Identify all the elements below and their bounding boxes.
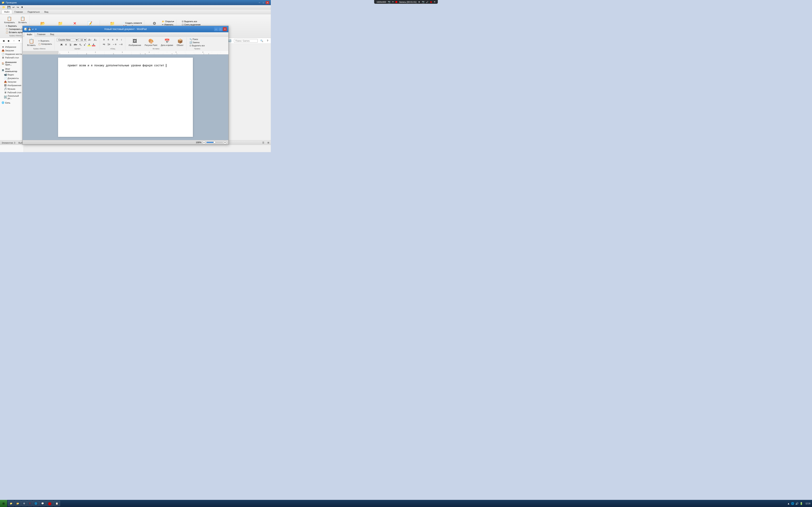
view-details-icon[interactable]: ☰ [262,142,264,144]
increase-font-button[interactable]: A↑ [87,38,92,42]
wordpad-quick-save[interactable]: 💾 [28,28,31,31]
homegroup-header[interactable]: 🏠 Домашняя груп... [1,61,23,66]
desktop2-icon: 🖥 [4,91,7,94]
wp-replace-icon: 🔄 [190,41,192,44]
subscript-button[interactable]: х₂ [79,43,83,47]
decrease-indent-button[interactable]: ←≡ [112,43,117,46]
align-left-button[interactable]: ≡ [102,38,106,41]
wp-paste-button[interactable]: 📋 Вставить [26,38,37,47]
zoom-control: 100% ─ + [196,140,227,144]
explorer-icon: 📁 [2,1,5,4]
wordpad-minimize-button[interactable]: ─ [214,27,218,31]
wp-para-row2: •≡ 1≡ ←≡ →≡ [102,43,123,46]
qa-redo[interactable]: ↪ [16,6,19,9]
wp-clipboard-group: 📋 Вставить ✂ Вырезать 📋 Копировать Буфер… [24,38,55,50]
wp-cut-button[interactable]: ✂ Вырезать [37,40,53,42]
zoom-slider-thumb[interactable] [213,141,216,144]
justify-button[interactable]: ≡ [115,38,119,41]
copy-to-icon: 📁 [58,21,63,26]
sidebar-item-music[interactable]: 🎵 Музыка [1,87,23,91]
nav-back-button[interactable]: ◀ [2,39,5,43]
search-button[interactable]: 🔍 [259,39,264,43]
sidebar-item-documents[interactable]: 📄 Документы [1,76,23,80]
wordpad-undo[interactable]: ↩ [32,28,34,31]
wp-replace-button[interactable]: 🔄 Замена [189,41,206,44]
explorer-titlebar: 📁 Проводник ─ □ ✕ [0,0,271,5]
line-spacing-button[interactable]: ↕ [119,38,123,41]
sidebar-item-recent[interactable]: 🕐 Недавние места [1,52,23,56]
wordpad-tab-home[interactable]: Главная [35,32,48,37]
sidebar-item-desktop2[interactable]: 🖥 Рабочий стол [1,91,23,94]
zoom-slider[interactable] [207,142,222,143]
sidebar-item-images[interactable]: 🖼 Изображения [1,83,23,87]
align-right-button[interactable]: ≡ [111,38,114,41]
computer-header[interactable]: 💻 Этот компьютер [1,67,23,73]
paste-button[interactable]: 📋 Вставить [17,16,28,24]
qa-save[interactable]: 💾 [7,6,11,9]
insert-object-button[interactable]: 📦 Объект [175,38,185,47]
sidebar-item-desktop[interactable]: 🖥 Рабочий стол [1,56,23,59]
insert-paint-button[interactable]: 🎨 Рисунок Paint [143,38,159,47]
explorer-sidebar: ★ Избранное 📥 Загрузки 🕐 Недавние места … [0,44,24,152]
nav-up-button[interactable]: ↑ [12,39,15,43]
font-size-select[interactable]: 11 [79,38,87,42]
nav-forward-button[interactable]: ▶ [7,39,11,43]
font-name-select[interactable]: Courier New [57,38,79,42]
explorer-close-button[interactable]: ✕ [266,1,269,4]
decrease-font-button[interactable]: A↓ [93,38,98,42]
wordpad-tab-view[interactable]: Вид [48,32,56,37]
view-tiles-icon[interactable]: ⊞ [267,142,269,144]
computer-icon: 💻 [2,69,4,71]
nav-recent-button[interactable]: ▼ [17,39,21,43]
sidebar-item-video[interactable]: 📹 Видео [1,73,23,76]
wordpad-document-area[interactable]: привет всем и я покажу дополнительные ур… [22,54,229,140]
zoom-out-button[interactable]: ─ [202,140,206,144]
nav-help[interactable]: ? [266,39,269,43]
italic-button[interactable]: К [64,43,68,47]
tab-home[interactable]: Главная [12,10,25,14]
strikethrough-button[interactable]: аbc [73,43,78,47]
bold-button[interactable]: Ж [59,43,64,47]
bullets-button[interactable]: •≡ [102,43,106,46]
qa-dropdown[interactable]: ▼ [20,6,24,9]
zoom-in-button[interactable]: + [223,140,227,144]
wp-copy-button[interactable]: 📋 Копировать [37,43,53,46]
underline-button[interactable]: Ч [68,43,72,47]
explorer-title-buttons: ─ □ ✕ [258,1,269,4]
wordpad-close-button[interactable]: ✕ [223,27,227,31]
copy-button[interactable]: 📋 Копировать [3,16,16,24]
sidebar-item-favorites[interactable]: ★ Избранное [1,45,23,49]
wp-select-all-button[interactable]: ☑ Выделить все [189,44,206,47]
select-all-button[interactable]: ☑ Выделить все [181,20,206,23]
tab-file[interactable]: Файл [2,10,12,14]
text-color-button[interactable]: A [92,43,96,46]
numbered-list-button[interactable]: 1≡ [106,43,111,46]
insert-datetime-button[interactable]: 📅 Дата и время [159,38,174,47]
wordpad-tab-file[interactable]: Файл [24,32,35,37]
wp-paragraph-label: Абзац [110,48,115,50]
search-input[interactable] [234,39,258,43]
tab-view[interactable]: Вид [42,10,51,14]
wordpad-title: Новый текстовый документ - WordPad [37,28,214,31]
sidebar-item-localdisk[interactable]: 💽 Локальный ди... [1,94,23,100]
wordpad-page: привет всем и я покажу дополнительные ур… [58,58,193,137]
explorer-minimize-button[interactable]: ─ [258,1,261,4]
increase-indent-button[interactable]: →≡ [118,43,123,46]
explorer-maximize-button[interactable]: □ [262,1,265,4]
qa-undo[interactable]: ↩ [12,6,15,9]
open-button[interactable]: 📂 Открыть▾ [161,20,175,23]
highlight-button[interactable]: A [87,43,91,46]
network-header[interactable]: 🌐 Сеть [1,101,23,104]
insert-image-button[interactable]: 🖼 Изображение [127,38,143,47]
wp-search-button[interactable]: 🔍 Поиск [189,38,206,41]
sidebar-item-downloads2[interactable]: 📥 Загрузки [1,80,23,83]
superscript-button[interactable]: х² [83,43,87,47]
sidebar-item-downloads[interactable]: 📥 Загрузки [1,49,23,52]
wordpad-dropdown[interactable]: ▼ [35,28,37,30]
paste-shortcut-icon: 📋 [6,31,8,34]
wordpad-maximize-button[interactable]: □ [218,27,222,31]
tab-share[interactable]: Поделиться [25,10,42,14]
create-folder-icon: 📁 [110,21,115,26]
align-center-button[interactable]: ≡ [106,38,110,41]
create-element-button[interactable]: 📄 Создать элемент▾ [121,21,143,24]
